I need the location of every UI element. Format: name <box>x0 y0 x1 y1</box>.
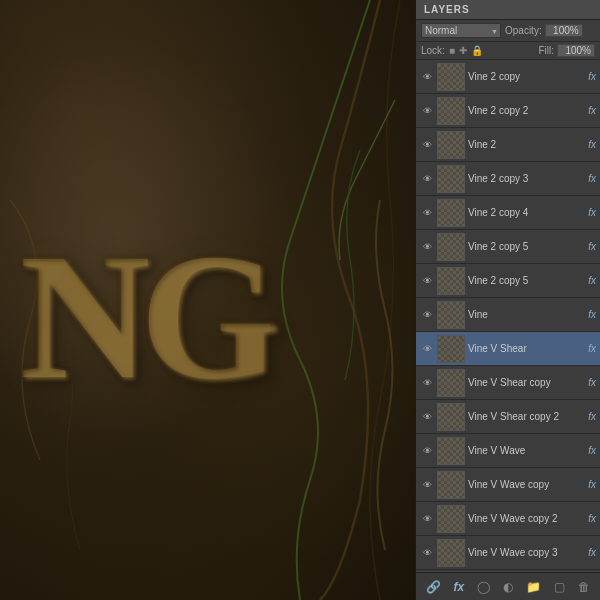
layer-item[interactable]: 👁Vine V Wavefx <box>416 434 600 468</box>
add-fx-icon[interactable]: fx <box>451 578 468 596</box>
layer-thumbnail <box>437 131 465 159</box>
fx-badge: fx <box>588 241 596 252</box>
layer-item[interactable]: 👁Vinefx <box>416 298 600 332</box>
canvas-text: NG <box>20 213 270 420</box>
visibility-toggle-icon[interactable]: 👁 <box>420 342 434 356</box>
layer-name: Vine 2 copy 2 <box>468 105 584 116</box>
visibility-toggle-icon[interactable]: 👁 <box>420 444 434 458</box>
lock-label: Lock: <box>421 45 445 56</box>
layer-thumbnail <box>437 539 465 567</box>
fx-badge: fx <box>588 547 596 558</box>
layer-item[interactable]: 👁Vine 2 copy 3fx <box>416 162 600 196</box>
add-mask-icon[interactable]: ◯ <box>474 578 493 596</box>
layer-name: Vine <box>468 309 584 320</box>
lock-fill-row: Lock: ■ ✚ 🔒 Fill: <box>416 42 600 60</box>
layer-item[interactable]: 👁Vine 2 copy 5fx <box>416 264 600 298</box>
lock-pixels-icon[interactable]: ■ <box>449 45 455 56</box>
fill-label: Fill: <box>538 45 554 56</box>
fx-badge: fx <box>588 445 596 456</box>
visibility-toggle-icon[interactable]: 👁 <box>420 138 434 152</box>
fx-badge: fx <box>588 105 596 116</box>
layer-item[interactable]: 👁Vine 2 copy 2fx <box>416 94 600 128</box>
opacity-input[interactable] <box>545 24 583 37</box>
panel-title: LAYERS <box>424 4 470 15</box>
layer-item[interactable]: 👁Vine V Shearfx <box>416 332 600 366</box>
layer-thumbnail <box>437 403 465 431</box>
visibility-toggle-icon[interactable]: 👁 <box>420 376 434 390</box>
visibility-toggle-icon[interactable]: 👁 <box>420 512 434 526</box>
layer-thumbnail <box>437 369 465 397</box>
fx-badge: fx <box>588 343 596 354</box>
layer-name: Vine V Shear <box>468 343 584 354</box>
layer-item[interactable]: 👁Vine 2 copy 5fx <box>416 230 600 264</box>
canvas-area: NG <box>0 0 415 600</box>
layer-name: Vine 2 <box>468 139 584 150</box>
visibility-toggle-icon[interactable]: 👁 <box>420 478 434 492</box>
layer-item[interactable]: 👁Vine V Wave copy 2fx <box>416 502 600 536</box>
blend-mode-select[interactable]: Normal Multiply Screen Overlay <box>421 23 501 38</box>
layer-name: Vine V Wave copy 2 <box>468 513 584 524</box>
lock-all-icon[interactable]: 🔒 <box>471 45 483 56</box>
opacity-label: Opacity: <box>505 25 542 36</box>
layer-thumbnail <box>437 233 465 261</box>
layer-thumbnail <box>437 165 465 193</box>
layer-name: Vine 2 copy 5 <box>468 275 584 286</box>
visibility-toggle-icon[interactable]: 👁 <box>420 240 434 254</box>
adjustment-layer-icon[interactable]: ◐ <box>500 578 516 596</box>
layer-item[interactable]: 👁Vine V Wave copyfx <box>416 468 600 502</box>
layer-item[interactable]: 👁Vine V Wave copy 3fx <box>416 536 600 570</box>
fx-badge: fx <box>588 139 596 150</box>
lock-move-icon[interactable]: ✚ <box>459 45 467 56</box>
layer-thumbnail <box>437 63 465 91</box>
layer-thumbnail <box>437 335 465 363</box>
layer-item[interactable]: 👁Vine V Shear copyfx <box>416 366 600 400</box>
layer-thumbnail <box>437 471 465 499</box>
fx-badge: fx <box>588 309 596 320</box>
app-window: NG LAYERS Normal Multiply Screen Overlay… <box>0 0 600 600</box>
visibility-toggle-icon[interactable]: 👁 <box>420 410 434 424</box>
fill-row: Fill: <box>538 44 595 57</box>
new-group-icon[interactable]: 📁 <box>523 578 544 596</box>
layer-name: Vine V Wave <box>468 445 584 456</box>
lock-icons: Lock: ■ ✚ 🔒 <box>421 45 483 56</box>
blend-mode-row: Normal Multiply Screen Overlay Opacity: <box>416 20 600 42</box>
visibility-toggle-icon[interactable]: 👁 <box>420 172 434 186</box>
new-layer-icon[interactable]: ▢ <box>551 578 568 596</box>
layer-thumbnail <box>437 505 465 533</box>
layer-thumbnail <box>437 267 465 295</box>
visibility-toggle-icon[interactable]: 👁 <box>420 546 434 560</box>
fx-badge: fx <box>588 377 596 388</box>
fx-badge: fx <box>588 479 596 490</box>
layer-thumbnail <box>437 199 465 227</box>
fx-badge: fx <box>588 207 596 218</box>
fx-badge: fx <box>588 71 596 82</box>
layer-name: Vine V Shear copy <box>468 377 584 388</box>
layer-thumbnail <box>437 97 465 125</box>
layer-name: Vine V Wave copy 3 <box>468 547 584 558</box>
layer-item[interactable]: 👁Vine 2 copyfx <box>416 60 600 94</box>
layer-item[interactable]: 👁Vine 2 copy 4fx <box>416 196 600 230</box>
layer-item[interactable]: 👁Vine 2fx <box>416 128 600 162</box>
fx-badge: fx <box>588 173 596 184</box>
layer-name: Vine 2 copy 5 <box>468 241 584 252</box>
blend-mode-wrapper[interactable]: Normal Multiply Screen Overlay <box>421 23 501 38</box>
layer-thumbnail <box>437 437 465 465</box>
layers-panel: LAYERS Normal Multiply Screen Overlay Op… <box>415 0 600 600</box>
visibility-toggle-icon[interactable]: 👁 <box>420 70 434 84</box>
layer-name: Vine 2 copy <box>468 71 584 82</box>
canvas-background: NG <box>0 0 415 600</box>
layer-name: Vine V Shear copy 2 <box>468 411 584 422</box>
delete-layer-icon[interactable]: 🗑 <box>575 578 593 596</box>
link-layers-icon[interactable]: 🔗 <box>423 578 444 596</box>
fx-badge: fx <box>588 411 596 422</box>
fx-badge: fx <box>588 275 596 286</box>
panel-footer: 🔗 fx ◯ ◐ 📁 ▢ 🗑 <box>416 572 600 600</box>
fill-input[interactable] <box>557 44 595 57</box>
visibility-toggle-icon[interactable]: 👁 <box>420 206 434 220</box>
fx-badge: fx <box>588 513 596 524</box>
visibility-toggle-icon[interactable]: 👁 <box>420 308 434 322</box>
visibility-toggle-icon[interactable]: 👁 <box>420 274 434 288</box>
layer-thumbnail <box>437 301 465 329</box>
layer-item[interactable]: 👁Vine V Shear copy 2fx <box>416 400 600 434</box>
visibility-toggle-icon[interactable]: 👁 <box>420 104 434 118</box>
